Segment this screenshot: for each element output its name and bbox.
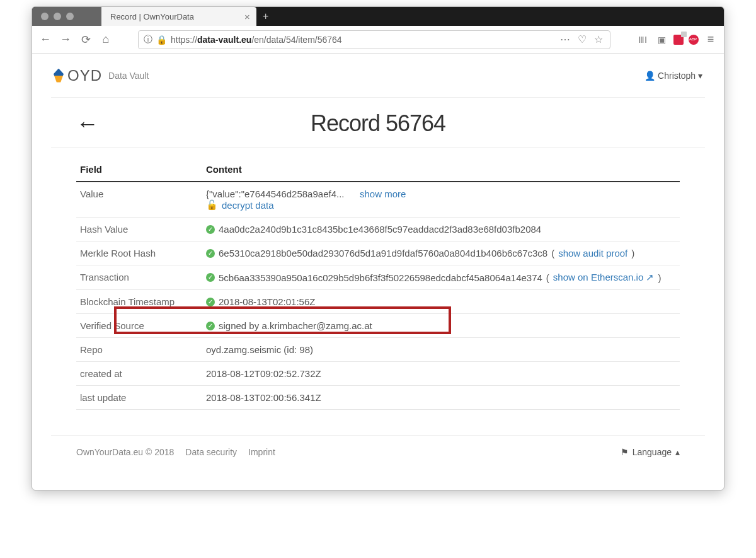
cell-field: Hash Value [76, 218, 202, 241]
logo-icon [54, 69, 64, 83]
browser-tab-active[interactable]: Record | OwnYourData × [101, 7, 256, 26]
cell-content: ✓ signed by a.krimbacher@zamg.ac.at [202, 314, 680, 338]
minimize-window-button[interactable] [54, 13, 61, 20]
caret-down-icon: ▾ [698, 71, 702, 81]
row-updated: last update 2018-08-13T02:00:56.341Z [76, 386, 680, 410]
record-table: Field Content Value {"value":"e7644546d2… [76, 159, 680, 410]
row-merkle: Merkle Root Hash ✓ 6e5310ca2918b0e50dad2… [76, 241, 680, 265]
hamburger-menu-icon[interactable]: ≡ [704, 33, 718, 46]
cell-field: Verified Source [76, 314, 202, 338]
check-icon: ✓ [206, 322, 215, 330]
bookmark-star-icon[interactable]: ☆ [592, 33, 605, 45]
unlock-icon: 🔓 [206, 199, 218, 211]
caret-up-icon: ▴ [675, 447, 680, 457]
home-button[interactable]: ⌂ [99, 33, 113, 46]
cell-content: {"value":"e7644546d258a9aef4... show mor… [202, 182, 680, 218]
cell-field: Repo [76, 338, 202, 362]
audit-proof-link[interactable]: show audit proof [558, 248, 627, 259]
cell-field: last update [76, 386, 202, 410]
check-icon: ✓ [206, 298, 215, 306]
brand-subtitle: Data Vault [108, 71, 149, 81]
reload-button[interactable]: ⟳ [79, 33, 93, 47]
row-repo: Repo oyd.zamg.seismic (id: 98) [76, 338, 680, 362]
back-arrow-button[interactable]: ← [76, 110, 114, 137]
row-timestamp: Blockchain Timestamp ✓ 2018-08-13T02:01:… [76, 290, 680, 314]
col-header-field: Field [76, 159, 202, 182]
check-icon: ✓ [206, 225, 215, 234]
language-switcher[interactable]: ⚑ Language ▴ [621, 447, 680, 457]
window-titlebar: Record | OwnYourData × + [32, 7, 724, 26]
cell-content: ✓ 6e5310ca2918b0e50dad293076d5d1a91d9fda… [202, 241, 680, 265]
adblock-icon[interactable] [689, 35, 699, 45]
source-value: signed by a.krimbacher@zamg.ac.at [219, 320, 372, 331]
lock-icon: 🔒 [156, 35, 167, 45]
url-text: https://data-vault.eu/en/data/54/item/56… [171, 35, 342, 45]
footer-imprint-link[interactable]: Imprint [248, 447, 275, 457]
row-value: Value {"value":"e7644546d258a9aef4... sh… [76, 182, 680, 218]
paren: ( [546, 272, 549, 283]
app-header: OYD Data Vault 👤 Christoph ▾ [51, 54, 705, 98]
footer-copyright: OwnYourData.eu © 2018 [76, 447, 174, 457]
footer-security-link[interactable]: Data security [185, 447, 237, 457]
page-actions-icon[interactable]: ⋯ [558, 33, 572, 45]
extension-icon-1[interactable] [673, 35, 684, 45]
paren: ) [658, 272, 661, 283]
etherscan-link[interactable]: show on Etherscan.io ↗ [553, 272, 655, 283]
language-label: Language [633, 447, 672, 457]
page-body: OYD Data Vault 👤 Christoph ▾ ← Record 56… [32, 54, 724, 490]
row-transaction: Transaction ✓ 5cb6aa335390a950a16c029b5d… [76, 265, 680, 290]
check-icon: ✓ [206, 273, 215, 282]
page-title: Record 56764 [114, 110, 642, 137]
new-tab-button[interactable]: + [256, 7, 275, 26]
forward-button[interactable]: → [59, 33, 72, 46]
row-hash: Hash Value ✓ 4aa0dc2a240d9b1c31c8435bc1e… [76, 218, 680, 241]
cell-field: Merkle Root Hash [76, 241, 202, 265]
hash-value: 4aa0dc2a240d9b1c31c8435bc1e43668f5c97ead… [219, 224, 541, 235]
toolbar-extensions: ⅢⅠ ▣ ≡ [636, 33, 718, 46]
maximize-window-button[interactable] [66, 13, 74, 20]
merkle-value: 6e5310ca2918b0e50dad293076d5d1a91d9fdaf5… [219, 248, 547, 259]
footer-links: OwnYourData.eu © 2018 Data security Impr… [76, 447, 275, 457]
tx-value: 5cb6aa335390a950a16c029b5d9b6f3f3f502265… [219, 272, 542, 283]
brand-name: OYD [67, 67, 102, 84]
cell-content: ✓ 5cb6aa335390a950a16c029b5d9b6f3f3f5022… [202, 265, 680, 290]
brand-logo[interactable]: OYD Data Vault [54, 67, 149, 84]
pocket-icon[interactable]: ♡ [576, 33, 588, 45]
close-window-button[interactable] [41, 13, 49, 20]
site-info-icon[interactable]: ⓘ [144, 34, 152, 45]
paren: ) [631, 248, 634, 259]
user-icon: 👤 [644, 71, 655, 81]
library-icon[interactable]: ⅢⅠ [636, 35, 650, 45]
cell-field: Transaction [76, 265, 202, 290]
page-header: ← Record 56764 [51, 98, 705, 148]
check-icon: ✓ [206, 249, 215, 258]
show-more-link[interactable]: show more [360, 189, 406, 199]
value-snippet: {"value":"e7644546d258a9aef4... [206, 189, 345, 199]
timestamp-value: 2018-08-13T02:01:56Z [219, 296, 315, 307]
cell-field: Blockchain Timestamp [76, 290, 202, 314]
external-link-icon: ↗ [646, 272, 654, 282]
cell-field: Value [76, 182, 202, 218]
username: Christoph [658, 71, 696, 81]
cell-content: 2018-08-13T02:00:56.341Z [202, 386, 680, 410]
back-button[interactable]: ← [38, 33, 52, 46]
col-header-content: Content [202, 159, 680, 182]
address-bar[interactable]: ⓘ 🔒 https://data-vault.eu/en/data/54/ite… [138, 30, 610, 49]
page-footer: OwnYourData.eu © 2018 Data security Impr… [51, 435, 705, 471]
sidebar-toggle-icon[interactable]: ▣ [655, 35, 668, 45]
window-controls [32, 7, 101, 26]
cell-content: 2018-08-12T09:02:52.732Z [202, 362, 680, 386]
row-created: created at 2018-08-12T09:02:52.732Z [76, 362, 680, 386]
cell-content: ✓ 2018-08-13T02:01:56Z [202, 290, 680, 314]
flag-icon: ⚑ [621, 447, 629, 457]
cell-content: oyd.zamg.seismic (id: 98) [202, 338, 680, 362]
row-verified-source: Verified Source ✓ signed by a.krimbacher… [76, 314, 680, 338]
user-menu-button[interactable]: 👤 Christoph ▾ [644, 71, 702, 81]
decrypt-link[interactable]: decrypt data [222, 200, 274, 211]
cell-field: created at [76, 362, 202, 386]
paren: ( [551, 248, 554, 259]
tab-title: Record | OwnYourData [110, 12, 194, 21]
browser-toolbar: ← → ⟳ ⌂ ⓘ 🔒 https://data-vault.eu/en/dat… [32, 26, 724, 54]
cell-content: ✓ 4aa0dc2a240d9b1c31c8435bc1e43668f5c97e… [202, 218, 680, 241]
close-tab-button[interactable]: × [244, 11, 250, 22]
